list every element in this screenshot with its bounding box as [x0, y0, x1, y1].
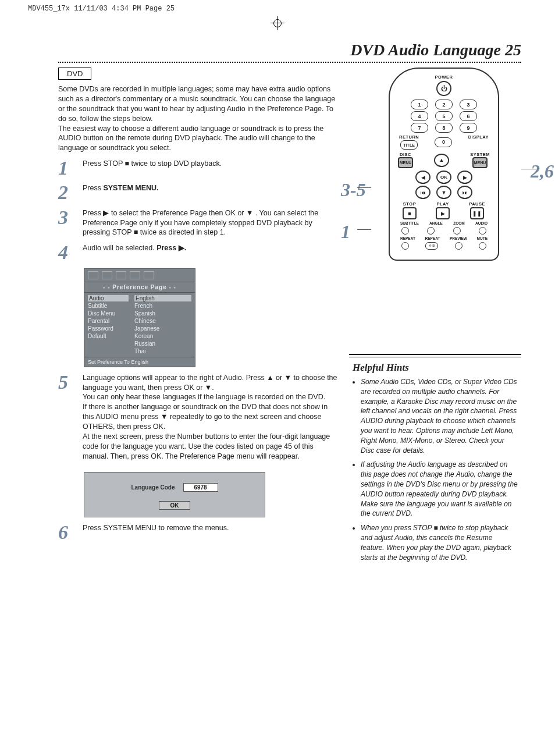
preview-label: PREVIEW — [450, 236, 467, 240]
stop-label: STOP — [403, 201, 416, 207]
pref-left-item: Subtitle — [88, 303, 129, 309]
title-button: TITLE — [400, 140, 418, 150]
mute-label: MUTE — [477, 236, 488, 240]
pref-right-item: Spanish — [134, 310, 191, 317]
code-label: Language Code — [131, 484, 175, 491]
pref-left-item: Disc Menu — [88, 310, 129, 317]
step-text: Press — [83, 184, 103, 192]
step-number: 6 — [58, 523, 73, 542]
down-arrow-icon: ▼ — [284, 374, 291, 382]
step-text: Press SYSTEM MENU to remove the menus. — [83, 524, 229, 532]
power-label: POWER — [396, 74, 492, 80]
callout-1: 1 — [341, 221, 350, 243]
page-title: DVD Audio Language 25 — [58, 41, 521, 59]
preference-page-screenshot: - - Preference Page - - AudioSubtitleDis… — [84, 268, 195, 367]
pref-icon — [88, 271, 98, 279]
angle-label: ANGLE — [429, 221, 443, 225]
play-label: PLAY — [436, 201, 449, 207]
small-button — [479, 227, 486, 235]
repeat-label: REPEAT — [400, 236, 415, 240]
step-text: Press — [83, 209, 103, 217]
pref-right-item: French — [134, 303, 191, 309]
pref-right-item: Chinese — [134, 318, 191, 324]
pref-icon — [130, 271, 140, 279]
num-8: 8 — [435, 123, 453, 133]
step-text: At the next screen, press the Number but… — [83, 432, 330, 460]
repeat-label: REPEAT — [425, 236, 440, 240]
hint-item: When you press STOP ■ twice to stop play… — [361, 523, 518, 562]
ab-button: A-B — [425, 242, 438, 250]
pref-footer: Set Preference To English — [84, 357, 195, 367]
pref-icon — [144, 271, 154, 279]
num-5: 5 — [435, 111, 453, 121]
system-label: SYSTEM — [470, 152, 490, 157]
num-4: 4 — [411, 111, 428, 121]
hints-title: Helpful Hints — [353, 362, 518, 374]
step-5: 5 Language options will appear to the ri… — [58, 373, 337, 462]
small-button — [479, 242, 486, 250]
step-bold: Press ▶. — [156, 244, 186, 252]
next-icon: ⏭ — [457, 186, 472, 199]
step-text: Press STOP — [83, 159, 124, 168]
small-button — [401, 242, 409, 250]
play-button-icon: ▶ — [436, 207, 450, 219]
nav-left-icon: ◀ — [415, 171, 431, 184]
step-6: 6 Press SYSTEM MENU to remove the menus. — [58, 523, 337, 542]
callout-3-5: 3-5 — [341, 179, 366, 201]
step-number: 2 — [58, 183, 73, 202]
pref-left-item: Password — [88, 325, 129, 332]
step-2: 2 Press SYSTEM MENU. — [58, 183, 337, 202]
leader-line — [521, 169, 536, 169]
pref-title: - - Preference Page - - — [84, 282, 195, 293]
pause-label: PAUSE — [469, 201, 485, 207]
pref-right-item: Thai — [134, 348, 191, 354]
remote-illustration: 3-5 1 2,6 POWER ⏻ 123 456 789 RETURNTITL… — [367, 68, 521, 261]
num-7: 7 — [411, 123, 428, 133]
step-number: 5 — [58, 373, 73, 462]
nav-right-icon: ▶ — [457, 171, 472, 184]
step-text: . — [212, 384, 214, 392]
pref-right-item: Japanese — [134, 325, 191, 332]
step-text: or — [274, 374, 284, 382]
dvd-tag: DVD — [58, 68, 91, 80]
system-menu-button: MENU — [472, 157, 488, 168]
prev-icon: ⏮ — [415, 186, 431, 199]
step-1: 1 Press STOP ■ twice to stop DVD playbac… — [58, 159, 337, 178]
power-button-icon: ⏻ — [436, 81, 451, 96]
right-arrow-icon: ▶ — [179, 244, 184, 252]
stop-button-icon: ■ — [403, 207, 417, 219]
step-text: twice to stop DVD playback. — [129, 159, 222, 168]
disc-label: DISC — [400, 152, 411, 157]
step-text: Audio will be selected. — [83, 244, 156, 252]
ok-button: OK — [436, 171, 451, 184]
step-text: twice as directed in step 1. — [138, 228, 226, 236]
step-text: You can only hear these languages if the… — [83, 393, 325, 401]
helpful-hints-box: Helpful Hints Some Audio CDs, Video CDs,… — [349, 354, 521, 562]
down-arrow-icon: ▼ — [161, 413, 168, 421]
nav-down-icon: ▼ — [436, 186, 451, 199]
step-number: 4 — [58, 243, 73, 262]
pref-right-item: Korean — [134, 333, 191, 339]
small-button — [453, 227, 461, 235]
step-text: to select the Preference Page then OK or — [109, 209, 246, 217]
step-3: 3 Press ▶ to select the Preference Page … — [58, 208, 337, 238]
print-header: MDV455_17x 11/11/03 4:34 PM Page 25 — [0, 0, 555, 13]
down-arrow-icon: ▼ — [205, 384, 212, 392]
leader-line — [357, 229, 371, 230]
pref-left-item: Default — [88, 333, 129, 339]
audio-label: AUDIO — [475, 221, 488, 225]
disc-menu-button: MENU — [398, 157, 413, 168]
subtitle-label: SUBTITLE — [400, 221, 419, 225]
num-2: 2 — [435, 100, 453, 109]
language-code-screenshot: Language Code 6978 OK — [84, 472, 265, 517]
code-value: 6978 — [183, 483, 218, 492]
display-label: DISPLAY — [468, 134, 489, 140]
step-number: 1 — [58, 159, 73, 178]
pref-right-item: English — [134, 295, 191, 301]
hint-item: If adjusting the Audio language as descr… — [361, 460, 518, 519]
pref-icon — [116, 271, 126, 279]
pause-button-icon: ❚❚ — [470, 207, 484, 219]
up-arrow-icon: ▲ — [266, 374, 273, 382]
pref-left-item: Parental — [88, 318, 129, 324]
step-4: 4 Audio will be selected. Press ▶. — [58, 243, 337, 262]
